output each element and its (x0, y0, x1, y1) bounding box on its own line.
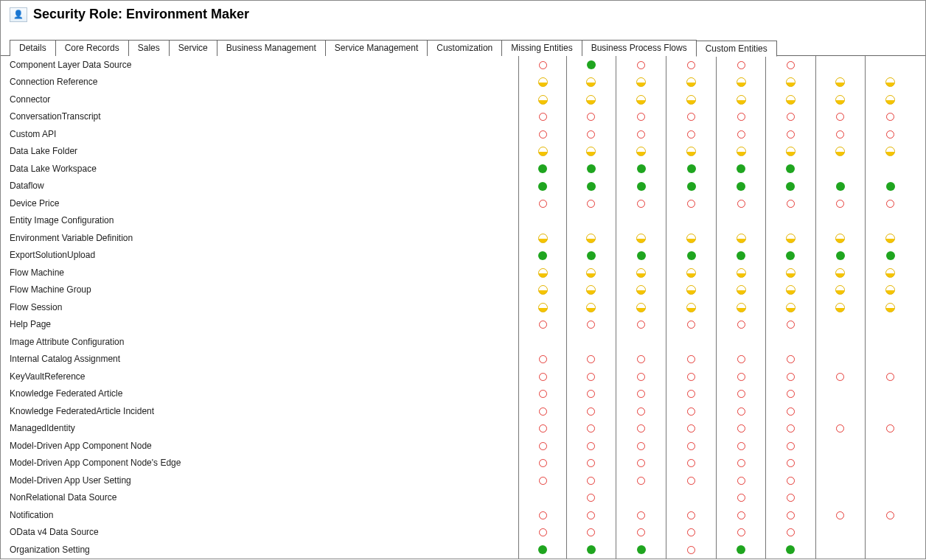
perm-cell[interactable] (616, 333, 666, 351)
perm-cell[interactable] (766, 489, 815, 507)
tab-business-process-flows[interactable]: Business Process Flows (582, 40, 697, 56)
perm-cell[interactable] (866, 281, 915, 299)
perm-cell[interactable] (566, 385, 616, 403)
perm-cell[interactable] (815, 420, 865, 438)
perm-cell[interactable] (815, 74, 865, 91)
perm-cell[interactable] (666, 56, 716, 74)
perm-cell[interactable] (616, 125, 666, 143)
tab-core-records[interactable]: Core Records (55, 40, 129, 56)
perm-cell[interactable] (616, 91, 666, 108)
perm-cell[interactable] (815, 541, 865, 559)
perm-cell[interactable] (519, 506, 566, 524)
tab-business-management[interactable]: Business Management (217, 40, 326, 56)
perm-cell[interactable] (866, 160, 915, 178)
perm-cell[interactable] (866, 385, 915, 403)
tab-details[interactable]: Details (10, 40, 56, 56)
perm-cell[interactable] (815, 506, 865, 524)
perm-cell[interactable] (766, 160, 815, 178)
perm-cell[interactable] (766, 402, 815, 420)
perm-cell[interactable] (866, 212, 915, 230)
perm-cell[interactable] (566, 368, 616, 385)
perm-cell[interactable] (815, 108, 865, 126)
perm-cell[interactable] (519, 368, 566, 385)
perm-cell[interactable] (716, 74, 765, 91)
perm-cell[interactable] (716, 316, 765, 334)
perm-cell[interactable] (716, 368, 765, 385)
perm-cell[interactable] (519, 212, 566, 230)
perm-cell[interactable] (666, 316, 716, 334)
perm-cell[interactable] (566, 402, 616, 420)
perm-cell[interactable] (766, 472, 815, 489)
perm-cell[interactable] (666, 472, 716, 489)
perm-cell[interactable] (666, 420, 716, 438)
perm-cell[interactable] (716, 402, 765, 420)
perm-cell[interactable] (716, 143, 765, 161)
perm-cell[interactable] (566, 178, 616, 195)
perm-cell[interactable] (519, 472, 566, 489)
perm-cell[interactable] (616, 472, 666, 489)
perm-cell[interactable] (666, 143, 716, 161)
perm-cell[interactable] (616, 195, 666, 212)
perm-cell[interactable] (566, 351, 616, 368)
perm-cell[interactable] (519, 195, 566, 212)
perm-cell[interactable] (519, 143, 566, 161)
perm-cell[interactable] (766, 351, 815, 368)
perm-cell[interactable] (866, 472, 915, 489)
perm-cell[interactable] (666, 437, 716, 455)
perm-cell[interactable] (666, 160, 716, 178)
perm-cell[interactable] (616, 524, 666, 542)
perm-cell[interactable] (519, 437, 566, 455)
perm-cell[interactable] (566, 212, 616, 230)
perm-cell[interactable] (866, 247, 915, 265)
perm-cell[interactable] (716, 472, 765, 489)
perm-cell[interactable] (716, 489, 765, 507)
perm-cell[interactable] (766, 74, 815, 91)
perm-cell[interactable] (616, 489, 666, 507)
perm-cell[interactable] (716, 108, 765, 126)
perm-cell[interactable] (766, 178, 815, 195)
perm-cell[interactable] (866, 125, 915, 143)
perm-cell[interactable] (666, 212, 716, 230)
perm-cell[interactable] (666, 298, 716, 316)
perm-cell[interactable] (616, 56, 666, 74)
perm-cell[interactable] (766, 298, 815, 316)
perm-cell[interactable] (766, 281, 815, 299)
perm-cell[interactable] (666, 108, 716, 126)
perm-cell[interactable] (616, 264, 666, 281)
perm-cell[interactable] (616, 143, 666, 161)
perm-cell[interactable] (566, 472, 616, 489)
perm-cell[interactable] (815, 489, 865, 507)
perm-cell[interactable] (666, 351, 716, 368)
perm-cell[interactable] (866, 489, 915, 507)
perm-cell[interactable] (716, 385, 765, 403)
perm-cell[interactable] (716, 160, 765, 178)
perm-cell[interactable] (866, 108, 915, 126)
perm-cell[interactable] (866, 368, 915, 385)
perm-cell[interactable] (766, 506, 815, 524)
perm-cell[interactable] (716, 56, 765, 74)
perm-cell[interactable] (866, 333, 915, 351)
perm-cell[interactable] (666, 385, 716, 403)
perm-cell[interactable] (716, 195, 765, 212)
perm-cell[interactable] (566, 420, 616, 438)
perm-cell[interactable] (616, 402, 666, 420)
perm-cell[interactable] (766, 541, 815, 559)
perm-cell[interactable] (519, 160, 566, 178)
perm-cell[interactable] (616, 281, 666, 299)
perm-cell[interactable] (616, 298, 666, 316)
perm-cell[interactable] (519, 91, 566, 108)
perm-cell[interactable] (766, 247, 815, 265)
perm-cell[interactable] (616, 455, 666, 472)
perm-cell[interactable] (815, 125, 865, 143)
perm-cell[interactable] (566, 298, 616, 316)
perm-cell[interactable] (566, 333, 616, 351)
perm-cell[interactable] (566, 74, 616, 91)
perm-cell[interactable] (866, 229, 915, 247)
perm-cell[interactable] (716, 524, 765, 542)
perm-cell[interactable] (616, 108, 666, 126)
perm-cell[interactable] (566, 125, 616, 143)
perm-cell[interactable] (519, 489, 566, 507)
perm-cell[interactable] (866, 455, 915, 472)
perm-cell[interactable] (815, 143, 865, 161)
perm-cell[interactable] (566, 506, 616, 524)
